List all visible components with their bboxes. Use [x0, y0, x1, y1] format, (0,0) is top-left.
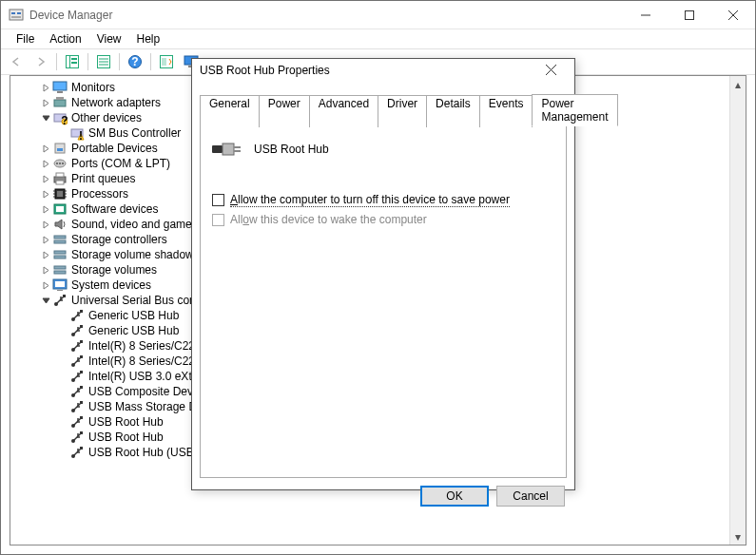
stor-icon: [52, 262, 68, 278]
scroll-down-icon[interactable]: ▾: [730, 528, 746, 545]
expand-icon[interactable]: [39, 144, 52, 153]
checkbox-allow-turn-off[interactable]: Allow the computer to turn off this devi…: [212, 193, 554, 207]
tree-node-label: Generic USB Hub: [88, 323, 179, 338]
svg-rect-49: [56, 206, 64, 212]
expand-icon[interactable]: [39, 220, 52, 229]
back-button[interactable]: [5, 50, 28, 73]
device-name: USB Root Hub: [254, 143, 329, 156]
expand-icon[interactable]: [39, 160, 52, 168]
svg-point-35: [59, 163, 61, 164]
svg-rect-58: [57, 290, 63, 291]
vertical-scrollbar[interactable]: ▴ ▾: [729, 76, 746, 545]
tab-events[interactable]: Events: [479, 95, 533, 127]
scroll-up-icon[interactable]: ▴: [730, 76, 746, 92]
svg-rect-74: [80, 401, 83, 404]
dialog-title: USB Root Hub Properties: [200, 64, 536, 77]
menubar: File Action View Help: [1, 29, 755, 48]
other-icon: ?: [52, 110, 68, 125]
tab-power-management[interactable]: Power Management: [532, 94, 617, 126]
svg-rect-72: [80, 386, 83, 389]
tab-driver[interactable]: Driver: [378, 95, 427, 127]
usb-icon: [69, 445, 85, 460]
stor-icon: [52, 247, 68, 262]
svg-rect-53: [54, 256, 66, 258]
print-icon: [52, 171, 68, 186]
monitor-icon: [52, 80, 68, 95]
properties-button[interactable]: [92, 50, 115, 73]
tree-node-label: Monitors: [71, 80, 115, 95]
expand-icon[interactable]: [39, 175, 52, 183]
svg-rect-62: [80, 310, 83, 313]
tab-advanced[interactable]: Advanced: [309, 95, 378, 127]
cancel-button[interactable]: Cancel: [496, 486, 565, 507]
svg-rect-32: [57, 148, 63, 151]
help-button[interactable]: ?: [124, 50, 146, 73]
svg-rect-85: [234, 146, 241, 148]
ok-button[interactable]: OK: [420, 486, 489, 507]
stor-icon: [52, 232, 68, 247]
close-button[interactable]: [711, 1, 755, 29]
usb-plug-icon: [212, 140, 242, 159]
svg-rect-3: [11, 16, 21, 18]
expand-icon[interactable]: [39, 266, 52, 275]
usb-icon: [69, 338, 85, 354]
expand-icon[interactable]: [39, 190, 52, 199]
tree-node-label: Portable Devices: [71, 141, 158, 156]
window-titlebar: Device Manager: [1, 1, 755, 29]
tab-general[interactable]: General: [200, 95, 260, 127]
svg-rect-80: [80, 447, 83, 450]
svg-rect-41: [57, 191, 63, 197]
tab-power[interactable]: Power: [259, 95, 310, 127]
menu-file[interactable]: File: [9, 30, 42, 48]
svg-rect-76: [80, 416, 83, 419]
minimize-button[interactable]: [624, 1, 668, 29]
soft-icon: [52, 201, 68, 217]
menu-help[interactable]: Help: [129, 30, 168, 48]
tree-node-label: System devices: [71, 278, 151, 293]
expand-icon[interactable]: [39, 251, 52, 259]
scan-hardware-button[interactable]: [155, 50, 178, 73]
expand-icon[interactable]: [39, 84, 52, 92]
svg-rect-23: [57, 91, 63, 93]
menu-action[interactable]: Action: [42, 30, 88, 48]
tree-node-label: Storage controllers: [71, 232, 167, 247]
svg-point-34: [56, 163, 58, 164]
collapse-icon[interactable]: [39, 297, 52, 305]
svg-text:?: ?: [61, 114, 68, 125]
tabstrip: GeneralPowerAdvancedDriverDetailsEventsP…: [200, 93, 567, 126]
svg-rect-25: [56, 97, 64, 100]
usb-icon: [52, 293, 68, 308]
dialog-button-row: OK Cancel: [192, 478, 574, 518]
dialog-body: GeneralPowerAdvancedDriverDetailsEventsP…: [192, 82, 574, 478]
sys-icon: [52, 278, 68, 293]
svg-rect-50: [54, 236, 66, 239]
expand-icon[interactable]: [39, 99, 52, 107]
usb-icon: [69, 399, 85, 414]
tree-node-label: SM Bus Controller: [88, 125, 181, 141]
dialog-close-button[interactable]: [536, 59, 567, 82]
expand-icon[interactable]: [39, 205, 52, 214]
svg-rect-60: [63, 295, 66, 297]
tab-details[interactable]: Details: [426, 95, 480, 127]
checkbox-icon: [212, 214, 224, 226]
toolbar-separator: [87, 53, 88, 70]
expand-icon[interactable]: [39, 236, 52, 244]
svg-rect-70: [80, 371, 83, 373]
show-hide-tree-button[interactable]: [61, 50, 84, 73]
dialog-titlebar[interactable]: USB Root Hub Properties: [192, 59, 574, 82]
toolbar-separator: [150, 53, 151, 70]
app-icon: [9, 8, 24, 23]
expand-icon[interactable]: [39, 281, 52, 290]
tree-node-label: Software devices: [71, 201, 158, 217]
checkbox-icon: [212, 194, 224, 206]
forward-button[interactable]: [29, 50, 52, 73]
collapse-icon[interactable]: [39, 114, 52, 123]
maximize-button[interactable]: [668, 1, 711, 29]
port-icon: [52, 141, 68, 156]
menu-view[interactable]: View: [89, 30, 129, 48]
tree-node-label: Ports (COM & LPT): [71, 156, 170, 171]
com-icon: [52, 156, 68, 171]
usb-icon: [69, 369, 85, 384]
svg-text:!: !: [79, 129, 83, 142]
svg-rect-1: [11, 12, 15, 14]
